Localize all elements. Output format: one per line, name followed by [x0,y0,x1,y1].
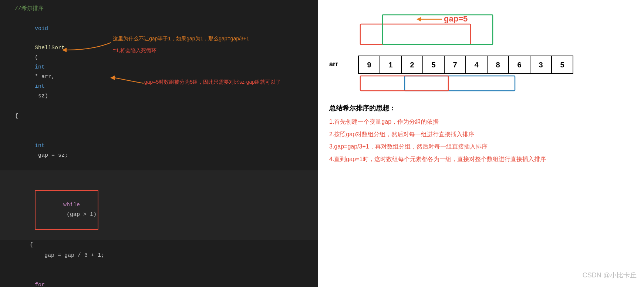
code-line-4: int gap = sz; [0,121,318,170]
summary-item-3: 3.gap=gap/3+1，再对数组分组，然后对每一组直接插入排序 [329,142,637,151]
code-line-1: //希尔排序 [0,4,318,14]
cell-8: 3 [530,56,552,74]
code-line-6: { [0,240,318,250]
code-line-5: while (gap > 1) [0,170,318,240]
code-line-8: for ( int i = 0; i < sz - gap; i++) [0,261,318,287]
cell-0: 9 [358,56,380,74]
cell-7: 6 [508,56,530,74]
array-section: gap=5 arr 9 1 2 5 7 4 8 6 3 [329,11,637,93]
summary-item-1: 1.首先创建一个变量gap，作为分组的依据 [329,117,637,127]
cell-6: 8 [487,56,509,74]
cell-5: 4 [465,56,488,74]
cell-4: 7 [444,56,466,74]
summary-title: 总结希尔排序的思想： [329,104,637,113]
svg-text:gap=5: gap=5 [444,14,468,23]
cell-2: 2 [401,56,423,74]
summary-item-2: 2.按照gap对数组分组，然后对每一组进行直接插入排序 [329,130,637,139]
right-panel: gap=5 arr 9 1 2 5 7 4 8 6 3 [322,0,644,287]
brackets-svg: gap=5 [329,11,636,93]
svg-rect-5 [405,76,515,91]
array-cells: 9 1 2 5 7 4 8 6 3 5 [359,56,573,74]
code-panel: //希尔排序 void ShellSort ( int * arr, int s… [0,0,318,287]
cell-1: 1 [380,56,402,74]
code-line-3: { [0,111,318,121]
code-line-7: gap = gap / 3 + 1; [0,250,318,261]
cell-3: 5 [422,56,445,74]
cell-9: 5 [551,56,573,74]
watermark: CSDN @小比卡丘 [583,271,637,280]
code-line-2: void ShellSort ( int * arr, int sz) [0,14,318,111]
svg-rect-3 [360,24,471,44]
svg-marker-2 [417,17,421,21]
summary-section: 总结希尔排序的思想： 1.首先创建一个变量gap，作为分组的依据 2.按照gap… [329,104,637,164]
summary-item-4: 4.直到gap=1时，这时数组每个元素都各为一组，直接对整个数组进行直接插入排序 [329,154,637,164]
arr-label: arr [329,60,338,68]
